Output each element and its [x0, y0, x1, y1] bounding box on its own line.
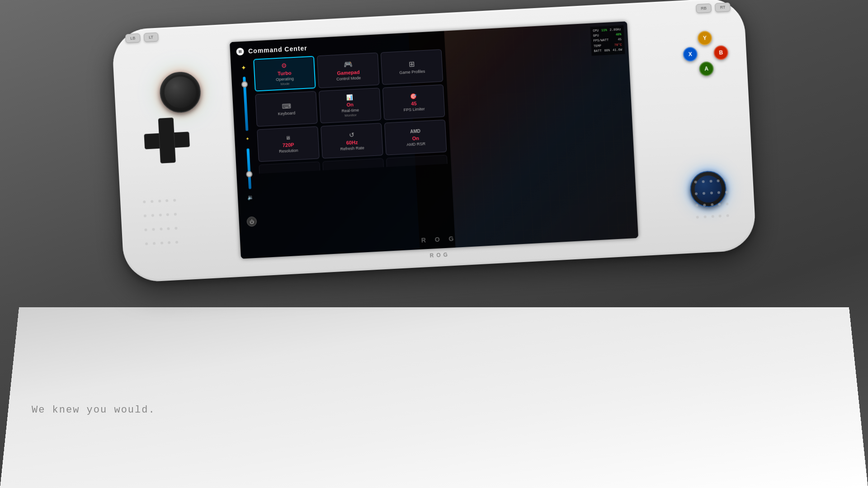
b-button[interactable]: B [713, 45, 729, 61]
speaker-dot [173, 199, 176, 202]
tile-game-profiles[interactable]: ⊞ Game Profiles [381, 49, 443, 85]
speaker-dot [153, 242, 156, 245]
speaker-dot [718, 203, 721, 206]
command-center-panel: Command Center ✦ ✦ 🔉 ⏻ [230, 31, 456, 258]
refresh-rate-icon: ↺ [349, 131, 354, 138]
cc-grid-area: ⚙ Turbo Operating Mode 🎮 Gamepad Control… [253, 49, 452, 254]
speaker-dot [709, 180, 712, 183]
cc-title: Command Center [248, 44, 307, 55]
stats-panel: CPU 11% 2.8GHz GPU 40% FPS/WATT 45 TEMP [590, 25, 625, 56]
speaker-dot [703, 192, 705, 195]
amd-rsr-icon: AMD [410, 129, 420, 134]
tile-partial-3[interactable] [386, 155, 448, 172]
speaker-dot [696, 216, 699, 219]
lt-button[interactable]: LT [144, 33, 159, 42]
operating-mode-sublabel: Mode [280, 81, 289, 86]
speaker-dot [143, 201, 146, 203]
volume-thumb [246, 171, 253, 178]
tile-keyboard[interactable]: ⌨ Keyboard [255, 91, 318, 127]
speaker-dot [702, 180, 704, 183]
keyboard-label: Keyboard [278, 111, 295, 117]
control-mode-icon: 🎮 [343, 61, 353, 68]
control-mode-label: Control Mode [336, 75, 361, 82]
brightness-low-icon: ✦ [245, 136, 250, 141]
rb-button[interactable]: RB [696, 3, 712, 13]
speaker-dot [166, 213, 169, 216]
speaker-dot [695, 204, 698, 207]
realtime-monitor-sublabel: Monitor [344, 113, 357, 117]
speaker-dots-right [694, 179, 732, 226]
resolution-icon: 🖥 [285, 136, 291, 141]
speaker-dot [175, 227, 177, 230]
device-body: LB LT [111, 0, 756, 283]
grid-row-2: ⌨ Keyboard 📊 On Real-time Monitor 🎯 [255, 84, 445, 127]
power-button[interactable]: ⏻ [246, 216, 257, 227]
speaker-dot [711, 215, 714, 218]
speaker-dot [694, 181, 697, 183]
speaker-right [694, 179, 732, 226]
x-button[interactable]: X [683, 47, 698, 62]
y-button[interactable]: Y [697, 31, 712, 46]
dpad[interactable] [143, 117, 191, 164]
tile-amd-rsr[interactable]: AMD On AMD RSR [384, 120, 447, 155]
brightness-slider[interactable] [243, 77, 248, 131]
stat-batt-row: BATT 88% 41.6W [594, 47, 622, 54]
speaker-dot [160, 242, 163, 244]
volume-slider[interactable] [246, 148, 251, 189]
game-profiles-label: Game Profiles [399, 69, 425, 75]
rt-button[interactable]: RT [715, 2, 731, 12]
fps-limiter-icon: 🎯 [410, 93, 417, 99]
speaker-dot [167, 227, 170, 230]
speaker-dot [695, 192, 698, 195]
speaker-left [143, 199, 182, 255]
lb-button[interactable]: LB [125, 33, 141, 43]
speaker-dot [726, 202, 728, 205]
control-mode-value: Gamepad [337, 69, 360, 76]
speaker-dot [151, 200, 153, 203]
tagline-text: We knew you would. [32, 404, 156, 416]
resolution-label: Resolution [279, 148, 298, 154]
speaker-dot [144, 215, 146, 217]
tile-resolution[interactable]: 🖥 720P Resolution [257, 126, 320, 162]
tile-refresh-rate[interactable]: ↺ 60Hz Refresh Rate [321, 123, 383, 159]
speaker-dot [158, 200, 161, 202]
batt-label: BATT [594, 48, 601, 54]
speaker-dot [151, 214, 154, 217]
a-button[interactable]: A [699, 61, 714, 76]
refresh-rate-label: Refresh Rate [340, 145, 365, 152]
tile-control-mode[interactable]: 🎮 Gamepad Control Mode [317, 52, 380, 88]
operating-mode-value: Turbo [278, 70, 292, 76]
rog-logo-icon [236, 47, 245, 56]
operating-mode-icon: ⚙ [281, 62, 288, 69]
speaker-dot [725, 191, 728, 193]
tile-partial-1[interactable] [259, 161, 320, 174]
brightness-icon: ✦ [241, 64, 247, 72]
fps-limiter-label: FPS Limiter [403, 107, 425, 113]
dpad-vertical [158, 117, 176, 164]
device-brand-label: ROG [429, 251, 450, 258]
speaker-dot [168, 241, 170, 244]
batt-value: 88% [604, 48, 610, 53]
speaker-dot [159, 214, 161, 216]
cpu-label: CPU [593, 28, 599, 34]
tile-partial-2[interactable] [322, 158, 384, 174]
tile-realtime-monitor[interactable]: 📊 On Real-time Monitor [319, 88, 382, 123]
fps-limiter-value: 45 [411, 101, 417, 107]
screen: CPU 11% 2.8GHz GPU 40% FPS/WATT 45 TEMP [230, 21, 638, 258]
left-joystick[interactable] [159, 71, 202, 114]
keyboard-icon: ⌨ [282, 103, 291, 109]
speaker-dot [145, 242, 148, 245]
speaker-dot [165, 199, 168, 202]
gpu-label: GPU [593, 33, 599, 39]
bottom-surface [0, 307, 868, 488]
tile-operating-mode[interactable]: ⚙ Turbo Operating Mode [253, 56, 316, 92]
spacer [251, 204, 251, 213]
amd-rsr-label: AMD RSR [406, 141, 425, 147]
temp-value: 70°C [614, 42, 622, 48]
shoulder-buttons-right: RB RT [696, 2, 731, 13]
speaker-dot [160, 228, 162, 230]
speaker-dot [703, 216, 706, 218]
tile-fps-limiter[interactable]: 🎯 45 FPS Limiter [382, 84, 445, 120]
gpu-value: 40% [615, 32, 621, 38]
refresh-rate-value: 60Hz [346, 139, 358, 145]
